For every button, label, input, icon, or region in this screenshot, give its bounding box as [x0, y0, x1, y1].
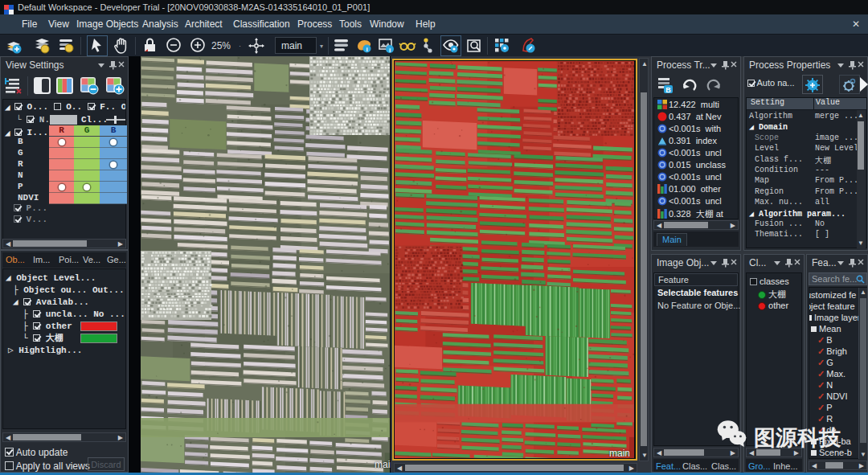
- svg-text:i: i: [366, 46, 367, 53]
- svg-text:i: i: [389, 47, 391, 54]
- svg-text:B: B: [665, 86, 671, 94]
